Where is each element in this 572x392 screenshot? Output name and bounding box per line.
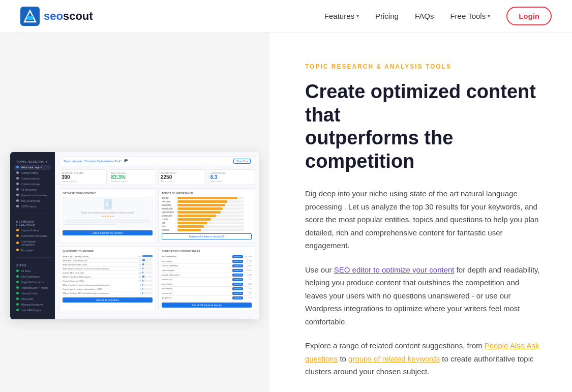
ss-dot-icon xyxy=(16,229,19,231)
ss-sidebar-item-qa[interactable]: Questions & answers xyxy=(14,193,51,198)
ss-sidebar-item-internal-links[interactable]: Internal Links xyxy=(14,291,51,296)
ss-keyword-badge: keywords xyxy=(232,287,243,290)
ss-edit-optimize-btn[interactable]: Edit & optimise my content xyxy=(63,230,153,235)
free-tools-chevron-icon: ▾ xyxy=(488,13,490,19)
nav-free-tools[interactable]: Free Tools ▾ xyxy=(450,12,490,20)
ss-bar-item: tools xyxy=(162,225,252,228)
ss-keyword-badge: keywords xyxy=(232,264,243,267)
ss-keyword-badge: keywords xyxy=(232,296,243,299)
logo[interactable]: seoscout xyxy=(20,7,93,26)
ss-sidebar-item-missing-kw[interactable]: Missing Keywords xyxy=(14,302,51,307)
ss-topics-panel: TOPICS BY IMPORTANCE google marketer key… xyxy=(158,188,255,243)
ss-see-keywords-btn[interactable]: See all 38 keyword groups xyxy=(162,303,252,308)
ss-metric-score: BEST SCORE 83.3% Ranking in top 30 xyxy=(109,169,157,185)
ss-star-icon: ★ xyxy=(104,215,106,218)
ss-sidebar-item-site-audit[interactable]: Site Audit xyxy=(14,296,51,301)
ss-metric-words: WORD COUNT 2250 Avg in top 30 xyxy=(158,169,206,185)
ss-supporting-row: seo optimization keywords 1305000 xyxy=(162,255,252,259)
related-keywords-link[interactable]: groups of related keywords xyxy=(348,354,440,363)
ss-sidebar-item-site-dashboard[interactable]: Site Dashboard xyxy=(14,274,51,279)
ss-bar-item: keywords xyxy=(162,204,252,206)
ss-supporting-row: content marketing keywords 2840 xyxy=(162,264,252,268)
ss-supporting-panel: SUPPORTING CONTENT IDEAS seo optimizatio… xyxy=(158,246,255,311)
ss-keyword-badge: keywords xyxy=(232,260,243,263)
ss-supporting-row: search engine keywords 2310 xyxy=(162,268,252,273)
main-heading: Create optimized content that outperform… xyxy=(305,80,541,173)
ss-question-row: What is the best content relevancy and o… xyxy=(63,283,153,287)
ss-sidebar-item-redirect[interactable]: Redirect/Error Tracker xyxy=(14,285,51,290)
ss-dot-icon xyxy=(16,188,19,191)
ss-dot-icon xyxy=(16,275,19,278)
ss-questions-panel: QUESTIONS TO ANSWER What is SEO friendly… xyxy=(59,246,156,311)
ss-sidebar-item-top-pages[interactable]: Top pages xyxy=(14,248,51,253)
ss-keyword-badge: keywords xyxy=(232,269,243,272)
section-label: TOPIC RESEARCH & ANALYSIS TOOLS xyxy=(305,63,541,70)
ss-sidebar-item-content-groups[interactable]: Content groups xyxy=(14,182,51,187)
ss-question-row: What is SEO friendly content 345 xyxy=(63,255,153,259)
ss-explore-btn[interactable]: Explore all entities in the top 30 xyxy=(162,233,252,239)
ss-bar-item: use xyxy=(162,222,252,224)
nav-pricing[interactable]: Pricing xyxy=(375,12,399,20)
ss-sidebar-item-content-editor[interactable]: Content editor xyxy=(14,170,51,175)
ss-metrics-row: KEYWORD VOLUME 390 monthly avg (US) BEST… xyxy=(59,169,255,185)
ss-bar-item: create xyxy=(162,218,252,221)
ss-breadcrumb: Topic analysis: "Content Optimization To… xyxy=(59,156,255,166)
ss-divider xyxy=(14,214,51,214)
ss-sidebar-item-serp[interactable]: SERP report xyxy=(14,204,51,209)
ss-bar-item: ranked xyxy=(162,229,252,231)
ss-supporting-row: content tool keywords 710 xyxy=(162,278,252,282)
ss-editor-area: 📄 Paste your content into our editor to … xyxy=(63,197,153,228)
nav-faqs[interactable]: FAQs xyxy=(415,12,434,20)
ss-dot-icon xyxy=(16,249,19,251)
ss-sidebar-item-cannibalize[interactable]: Cannibalize recognition xyxy=(14,239,51,247)
ss-sidebar-item-content-pieces[interactable]: Content pieces xyxy=(14,176,51,181)
ss-sidebar-item-kw-ideas[interactable]: Keyword ideas xyxy=(14,228,51,233)
ss-bar-list: google marketer keywords searchable opti… xyxy=(162,197,252,231)
ss-sidebar-item-competitor-kw[interactable]: Competitor keywords xyxy=(14,233,51,238)
ss-optimize-panel: OPTIMISE YOUR CONTENT 📄 Paste your conte… xyxy=(59,188,156,243)
ss-supporting-row: seo friendly keywords 180 xyxy=(162,287,252,291)
ss-dashboard-content: Topic analysis: "Content Optimization To… xyxy=(55,152,259,319)
ss-sidebar-item-page-perf[interactable]: Page Performance xyxy=(14,280,51,285)
body-paragraph-3: Explore a range of related content sugge… xyxy=(305,339,541,378)
ss-question-row: What is the Free SEO tool which helps in… xyxy=(63,291,153,295)
ss-bar-item: google xyxy=(162,197,252,199)
ss-two-col: OPTIMISE YOUR CONTENT 📄 Paste your conte… xyxy=(59,188,255,243)
ss-question-row: How do SEO tools work 38 xyxy=(63,271,153,275)
ss-bar-item: marketer xyxy=(162,200,252,203)
body-paragraph-1: Dig deep into your niche using state of … xyxy=(305,187,541,252)
login-button[interactable]: Login xyxy=(506,7,552,25)
ss-dot-icon xyxy=(16,269,19,272)
ss-sidebar-section2-title: Keyword research xyxy=(14,218,51,227)
ss-dot-icon xyxy=(16,183,19,185)
svg-rect-2 xyxy=(27,16,33,20)
ss-question-row: What are optimization tools 48 xyxy=(63,263,153,267)
ss-keyword-badge: keywords xyxy=(232,278,243,281)
ss-supporting-row: search tool keywords 640 xyxy=(162,282,252,287)
ss-dot-icon xyxy=(16,286,19,289)
seo-editor-link[interactable]: SEO editor to optimize your content xyxy=(334,265,455,274)
ss-star-icon: ★ xyxy=(102,215,104,218)
ss-sidebar: Topic research Write topic report Conten… xyxy=(10,152,55,319)
ss-questions-list: What is SEO friendly content 345 What SE… xyxy=(63,255,153,295)
ss-sidebar-item-all-sites[interactable]: All Sites xyxy=(14,268,51,274)
ss-sidebar-item-write-topic[interactable]: Write topic report xyxy=(14,165,51,170)
dashboard-screenshot: Topic research Write topic report Conten… xyxy=(10,152,259,319)
ss-sidebar-item-all-keywords[interactable]: All keywords xyxy=(14,187,51,192)
ss-sidebar-item-top30[interactable]: Top 30 analysis xyxy=(14,198,51,203)
ss-metric-grade: GRADE LEVEL 8.3 Avg in top 30 xyxy=(208,169,256,185)
logo-icon xyxy=(20,7,40,26)
nav-features[interactable]: Features ▾ xyxy=(324,12,359,20)
ss-dot-icon xyxy=(16,171,19,174)
ss-supporting-row: content tool keywords 175 xyxy=(162,291,252,296)
ss-dot-icon xyxy=(16,292,19,294)
ss-sidebar-item-lost-ser[interactable]: Lost SER Pages xyxy=(14,308,51,313)
ss-supporting-list: seo optimization keywords 1305000seo con… xyxy=(162,255,252,300)
ss-keyword-badge: keywords xyxy=(232,255,243,258)
ss-see-questions-btn[interactable]: See all 97 questions xyxy=(63,297,153,303)
ss-question-row: Which is the best SEO software 66 xyxy=(63,275,153,279)
ss-bar-item: searchable xyxy=(162,207,252,210)
ss-question-row: What are the best tools to use for conte… xyxy=(63,267,153,271)
ss-question-row: What SEO tools do you use 84 xyxy=(63,259,153,263)
ss-divider2 xyxy=(14,257,51,258)
